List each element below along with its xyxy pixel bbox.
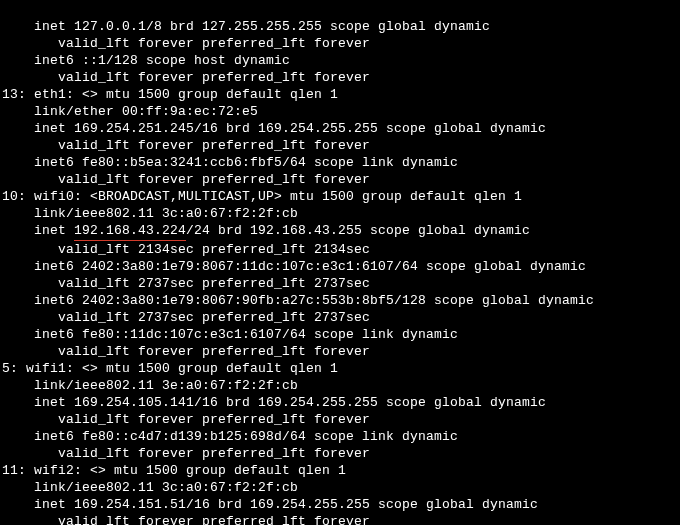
term-line: link/ieee802.11 3c:a0:67:f2:2f:cb: [2, 480, 298, 495]
highlighted-ip: 192.168.43.224: [74, 222, 186, 241]
term-line: valid_lft forever preferred_lft forever: [2, 138, 370, 153]
term-line: valid_lft forever preferred_lft forever: [2, 412, 370, 427]
term-line: link/ether 00:ff:9a:ec:72:e5: [2, 104, 258, 119]
term-line: inet 169.254.151.51/16 brd 169.254.255.2…: [2, 497, 538, 512]
term-line: valid_lft forever preferred_lft forever: [2, 36, 370, 51]
term-line: valid_lft forever preferred_lft forever: [2, 446, 370, 461]
term-line: inet 169.254.251.245/16 brd 169.254.255.…: [2, 121, 546, 136]
term-line: valid_lft forever preferred_lft forever: [2, 70, 370, 85]
term-line: valid_lft 2134sec preferred_lft 2134sec: [2, 242, 370, 257]
term-line: valid_lft 2737sec preferred_lft 2737sec: [2, 276, 370, 291]
term-line: inet 169.254.105.141/16 brd 169.254.255.…: [2, 395, 546, 410]
term-line: 10: wifi0: <BROADCAST,MULTICAST,UP> mtu …: [2, 189, 522, 204]
term-line: link/ieee802.11 3c:a0:67:f2:2f:cb: [2, 206, 298, 221]
terminal-output: inet 127.0.0.1/8 brd 127.255.255.255 sco…: [0, 0, 680, 525]
term-line: inet 192.168.43.224/24 brd 192.168.43.25…: [2, 223, 530, 238]
term-line: inet 127.0.0.1/8 brd 127.255.255.255 sco…: [2, 19, 490, 34]
term-line: inet6 2402:3a80:1e79:8067:11dc:107c:e3c1…: [2, 259, 586, 274]
term-line: inet6 2402:3a80:1e79:8067:90fb:a27c:553b…: [2, 293, 594, 308]
term-line: valid_lft forever preferred_lft forever: [2, 344, 370, 359]
term-line: inet6 fe80::c4d7:d139:b125:698d/64 scope…: [2, 429, 458, 444]
term-line: valid_lft forever preferred_lft forever: [2, 172, 370, 187]
term-line: valid_lft 2737sec preferred_lft 2737sec: [2, 310, 370, 325]
term-line: 13: eth1: <> mtu 1500 group default qlen…: [2, 87, 338, 102]
term-line: valid_lft forever preferred_lft forever: [2, 514, 370, 525]
term-line: inet6 ::1/128 scope host dynamic: [2, 53, 290, 68]
term-line: 11: wifi2: <> mtu 1500 group default qle…: [2, 463, 346, 478]
term-line: 5: wifi1: <> mtu 1500 group default qlen…: [2, 361, 338, 376]
term-line: inet6 fe80::11dc:107c:e3c1:6107/64 scope…: [2, 327, 458, 342]
term-line: link/ieee802.11 3e:a0:67:f2:2f:cb: [2, 378, 298, 393]
term-line: inet6 fe80::b5ea:3241:ccb6:fbf5/64 scope…: [2, 155, 458, 170]
